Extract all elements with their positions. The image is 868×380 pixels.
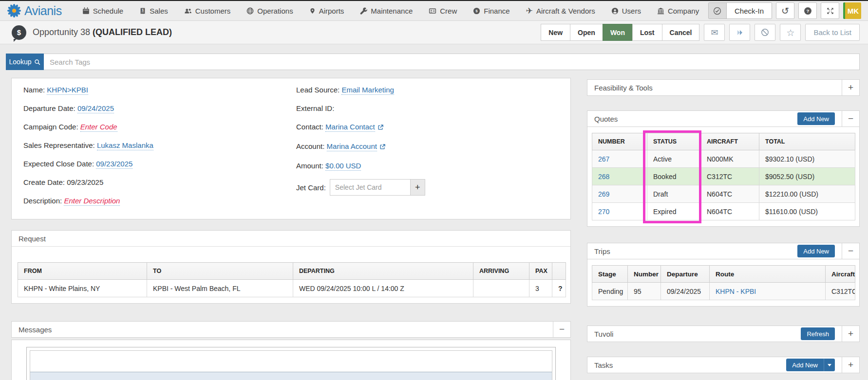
trips-table-header-row: Stage Number Departure Route Aircraft — [592, 266, 855, 283]
nav-item-schedule[interactable]: Schedule — [82, 7, 124, 15]
account-link[interactable]: Marina Account — [327, 142, 377, 151]
customers-icon — [184, 7, 192, 15]
messages-section-title: Messages — [11, 321, 553, 338]
nav-item-sales[interactable]: $ Sales — [139, 7, 168, 15]
message-compose-area[interactable] — [30, 372, 552, 380]
contact-field: Contact: Marina Contact — [296, 122, 570, 133]
tasks-add-new-button[interactable]: Add New — [786, 359, 824, 371]
check-in-button[interactable]: Check-In — [708, 2, 772, 19]
tuvoli-refresh-button[interactable]: Refresh — [801, 327, 835, 340]
name-value-link[interactable]: KHPN>KPBI — [47, 86, 88, 95]
pin-icon — [309, 7, 316, 15]
details-left-fields: Name: KHPN>KPBI Departure Date: 09/24/20… — [23, 85, 296, 219]
nav-item-crew[interactable]: Crew — [429, 7, 457, 15]
svg-text:$: $ — [476, 9, 478, 13]
nav-item-finance[interactable]: $ Finance — [473, 7, 509, 15]
nav-item-aircraft-vendors[interactable]: ✈ Aircraft & Vendors — [526, 7, 595, 15]
help-question-icon[interactable]: ? — [552, 280, 566, 297]
expand-icon[interactable]: + — [842, 79, 860, 96]
email-icon[interactable]: ✉ — [704, 24, 725, 41]
new-button[interactable]: New — [541, 24, 570, 41]
fullscreen-icon[interactable] — [821, 2, 839, 19]
chevron-down-icon — [828, 364, 831, 366]
lead-source-link[interactable]: Email Marketing — [341, 86, 394, 95]
departure-date-link[interactable]: 09/24/2025 — [77, 104, 114, 113]
brand-name: Avianis — [24, 4, 62, 18]
quote-total: $11610.00 (USD) — [759, 203, 855, 220]
nav-item-operations[interactable]: Operations — [246, 7, 293, 15]
quote-number-link[interactable]: 267 — [598, 155, 609, 163]
campaign-code-placeholder-link[interactable]: Enter Code — [80, 123, 117, 132]
trip-departure: 09/24/2025 — [661, 283, 710, 300]
trip-route-link[interactable]: KHPN - KPBI — [716, 288, 756, 295]
nav-item-company[interactable]: Company — [657, 7, 699, 15]
trips-add-new-button[interactable]: Add New — [797, 245, 835, 257]
tasks-add-new-dropdown[interactable] — [824, 359, 835, 371]
description-placeholder-link[interactable]: Enter Description — [64, 197, 120, 206]
nav-item-users[interactable]: Users — [611, 7, 641, 15]
opportunity-dollar-icon: $ — [12, 25, 26, 40]
external-link-icon[interactable] — [379, 142, 386, 152]
forward-chevrons-icon[interactable] — [729, 24, 750, 41]
collapse-icon[interactable]: − — [842, 110, 860, 127]
history-icon[interactable]: ↺ — [776, 2, 794, 19]
lost-button[interactable]: Lost — [632, 24, 662, 41]
quotes-add-new-button[interactable]: Add New — [797, 112, 835, 125]
col-departing: DEPARTING — [293, 263, 473, 280]
search-icon — [34, 59, 40, 65]
sales-representative-link[interactable]: Lukasz Maslanka — [97, 141, 153, 150]
nav-item-maintenance[interactable]: Maintenance — [360, 7, 413, 15]
col-number: Number — [628, 266, 661, 283]
quote-number-link[interactable]: 268 — [598, 173, 609, 181]
quote-number-link[interactable]: 270 — [598, 208, 609, 216]
help-icon[interactable]: ? — [798, 2, 817, 19]
contact-link[interactable]: Marina Contact — [325, 123, 375, 132]
trips-title: Trips — [594, 247, 610, 255]
quote-total: $12210.00 (USD) — [759, 185, 855, 203]
trips-table: Stage Number Departure Route Aircraft Pe… — [592, 265, 855, 300]
trip-aircraft: C312TC — [826, 283, 855, 300]
page-header: $ Opportunity 38 (QUALIFIED LEAD) New Op… — [0, 21, 868, 44]
search-tags-input[interactable] — [44, 54, 860, 70]
favorite-star-icon[interactable]: ☆ — [780, 24, 801, 41]
nav-menu: Schedule $ Sales Customers Operations Ai… — [82, 7, 699, 15]
nav-right-cluster: Check-In ↺ ? MK — [708, 2, 861, 19]
quote-number-link[interactable]: 269 — [598, 190, 609, 198]
add-jet-card-button[interactable]: + — [411, 179, 425, 196]
collapse-icon[interactable]: − — [553, 321, 571, 338]
jet-card-select[interactable]: Select Jet Card — [330, 179, 411, 196]
expand-icon[interactable]: + — [842, 357, 860, 373]
collapse-icon[interactable]: − — [842, 243, 860, 259]
request-card: Request FROM TO DEPARTING ARRIVING PAX — [11, 230, 571, 304]
nav-item-customers[interactable]: Customers — [184, 7, 231, 15]
expand-icon[interactable]: + — [842, 326, 860, 342]
lookup-button[interactable]: Lookup — [6, 54, 44, 70]
trip-row: Pending 95 09/24/2025 KHPN - KPBI C312TC — [592, 283, 855, 300]
expected-close-date-field: Expected Close Date: 09/23/2025 — [23, 159, 296, 169]
cancel-button[interactable]: Cancel — [662, 24, 700, 41]
plane-icon: ✈ — [526, 7, 533, 15]
col-aircraft: AIRCRAFT — [701, 133, 759, 150]
col-arriving: ARRIVING — [473, 263, 529, 280]
nav-item-airports[interactable]: Airports — [309, 7, 344, 15]
external-link-icon[interactable] — [377, 123, 384, 133]
pax-cell: 3 — [529, 280, 552, 297]
expected-close-date-link[interactable]: 09/23/2025 — [96, 160, 132, 169]
avianis-logo[interactable]: Avianis — [7, 3, 62, 18]
back-to-list-button[interactable]: Back to List — [805, 24, 860, 41]
won-button[interactable]: Won — [603, 24, 633, 41]
amount-link[interactable]: $0.00 USD — [325, 162, 361, 171]
open-button[interactable]: Open — [570, 24, 603, 41]
ban-icon[interactable] — [755, 24, 775, 41]
top-navigation-bar: Avianis Schedule $ Sales Customers Opera… — [0, 1, 868, 21]
trip-number: 95 — [628, 283, 661, 300]
tasks-panel: Tasks Add New + — [587, 357, 860, 373]
check-circle-icon — [709, 3, 727, 18]
account-field: Account: Marina Account — [296, 141, 570, 152]
main-content: Lookup Name: KHPN>KPBI Departure Date: 0… — [0, 44, 868, 380]
trip-stage: Pending — [592, 283, 628, 300]
description-field: Description: Enter Description — [23, 196, 296, 206]
right-column: Feasibility & Tools + Quotes Add New − — [587, 78, 860, 373]
user-avatar[interactable]: MK — [843, 2, 861, 19]
request-table: FROM TO DEPARTING ARRIVING PAX KHPN - Wh… — [18, 262, 566, 297]
